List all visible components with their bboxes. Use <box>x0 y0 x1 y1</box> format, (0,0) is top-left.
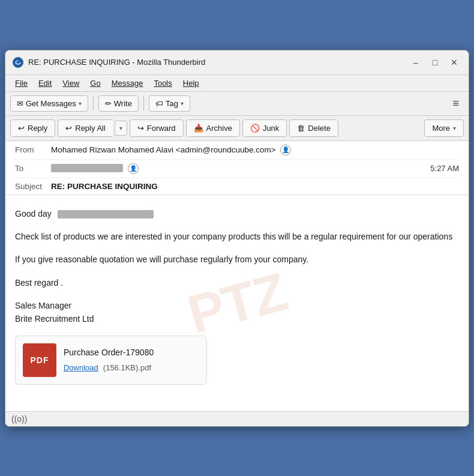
toolbar: ✉ Get Messages ▾ ✏ Write 🏷 Tag ▾ ≡ <box>5 92 469 116</box>
archive-icon: 📥 <box>194 124 203 133</box>
to-row: To 👤 5:27 AM <box>15 160 459 178</box>
signature-line-2: Brite Recruitment Ltd <box>15 312 459 325</box>
junk-label: Junk <box>263 124 279 133</box>
maximize-button[interactable]: □ <box>428 55 442 70</box>
tag-button[interactable]: 🏷 Tag ▾ <box>149 95 190 112</box>
write-button[interactable]: ✏ Write <box>98 95 139 112</box>
toolbar-separator-1 <box>93 96 94 110</box>
menu-file[interactable]: File <box>10 76 32 90</box>
attachment-actions: Download (156.1KB).pdf <box>64 362 199 375</box>
write-icon: ✏ <box>105 99 112 108</box>
pdf-icon: PDF <box>23 343 56 377</box>
reply-all-dropdown-button[interactable]: ▾ <box>115 121 127 136</box>
forward-button[interactable]: ↪ Forward <box>130 119 184 137</box>
to-value: 👤 <box>51 163 430 174</box>
more-chevron-icon: ▾ <box>453 125 456 131</box>
from-value: Mohamed Rizwan Mohamed Alavi <admin@roun… <box>51 145 459 155</box>
reply-all-chevron-icon: ▾ <box>119 125 122 131</box>
archive-button[interactable]: 📥 Archive <box>186 119 240 137</box>
more-label: More <box>432 124 450 133</box>
window-controls: – □ ✕ <box>409 55 461 70</box>
reply-all-button[interactable]: ↩ Reply All <box>58 119 113 137</box>
recipient-blurred <box>58 210 154 218</box>
title-bar: RE: PURCHASE INQUIRING - Mozilla Thunder… <box>5 50 469 75</box>
junk-button[interactable]: 🚫 Junk <box>242 119 287 137</box>
email-headers: From Mohamed Rizwan Mohamed Alavi <admin… <box>5 141 469 195</box>
pdf-label: PDF <box>31 354 49 367</box>
to-label: To <box>15 164 51 173</box>
menu-message[interactable]: Message <box>107 76 148 90</box>
reply-all-label: Reply All <box>75 124 106 133</box>
reply-icon: ↩ <box>18 124 25 133</box>
action-bar: ↩ Reply ↩ Reply All ▾ ↪ Forward 📥 Archiv… <box>5 116 469 141</box>
more-button[interactable]: More ▾ <box>424 119 464 137</box>
reply-button[interactable]: ↩ Reply <box>10 119 55 137</box>
get-messages-button[interactable]: ✉ Get Messages ▾ <box>10 95 88 112</box>
signature: Sales Manager Brite Recruitment Ltd <box>15 299 459 326</box>
archive-label: Archive <box>206 124 232 133</box>
menu-bar: File Edit View Go Message Tools Help <box>5 75 469 92</box>
menu-go[interactable]: Go <box>85 76 105 90</box>
from-label: From <box>15 145 51 154</box>
download-link[interactable]: Download <box>64 362 98 375</box>
from-contact-icon[interactable]: 👤 <box>280 145 291 155</box>
email-time: 5:27 AM <box>430 164 459 173</box>
menu-edit[interactable]: Edit <box>34 76 56 90</box>
hamburger-button[interactable]: ≡ <box>448 94 464 113</box>
status-bar: ((o)) <box>5 411 469 426</box>
subject-value: RE: PURCHASE INQUIRING <box>51 182 459 191</box>
to-address-blurred <box>51 164 123 172</box>
email-body: PTZ Good day Check list of products we a… <box>5 195 469 411</box>
menu-help[interactable]: Help <box>178 76 204 90</box>
get-messages-dropdown-icon: ▾ <box>79 100 82 107</box>
menu-tools[interactable]: Tools <box>149 76 176 90</box>
forward-label: Forward <box>147 124 176 133</box>
delete-button[interactable]: 🗑 Delete <box>289 119 338 137</box>
get-messages-label: Get Messages <box>26 99 76 108</box>
attachment-info: Purchase Order-179080 Download (156.1KB)… <box>64 346 199 374</box>
reply-all-icon: ↩ <box>65 124 72 133</box>
greeting-para: Good day <box>15 207 459 220</box>
from-address: Mohamed Rizwan Mohamed Alavi <admin@roun… <box>51 145 276 154</box>
write-label: Write <box>114 99 132 108</box>
wifi-icon: ((o)) <box>11 414 27 424</box>
body-para-2: If you give reasonable quotation we will… <box>15 253 459 266</box>
get-messages-icon: ✉ <box>17 99 23 108</box>
app-icon <box>13 57 23 68</box>
minimize-button[interactable]: – <box>409 55 423 70</box>
tag-icon: 🏷 <box>155 99 163 108</box>
body-content: Good day Check list of products we are i… <box>15 207 459 385</box>
menu-view[interactable]: View <box>58 76 84 90</box>
tag-label: Tag <box>166 99 178 108</box>
delete-icon: 🗑 <box>297 124 305 133</box>
forward-icon: ↪ <box>137 124 144 133</box>
file-size: (156.1KB).pdf <box>103 362 151 375</box>
attachment-name: Purchase Order-179080 <box>64 346 199 359</box>
toolbar-separator-2 <box>143 96 144 110</box>
tag-dropdown-icon: ▾ <box>181 100 184 107</box>
from-row: From Mohamed Rizwan Mohamed Alavi <admin… <box>15 141 459 160</box>
thunderbird-window: RE: PURCHASE INQUIRING - Mozilla Thunder… <box>5 50 469 427</box>
close-button[interactable]: ✕ <box>447 55 461 70</box>
window-title: RE: PURCHASE INQUIRING - Mozilla Thunder… <box>28 58 404 67</box>
body-para-1: Check list of products we are interested… <box>15 230 459 243</box>
body-para-3: Best regard . <box>15 276 459 289</box>
greeting-text: Good day <box>15 209 52 218</box>
attachment-box: PDF Purchase Order-179080 Download (156.… <box>15 336 207 385</box>
subject-row: Subject RE: PURCHASE INQUIRING <box>15 178 459 194</box>
signature-line-1: Sales Manager <box>15 299 459 312</box>
subject-label: Subject <box>15 182 51 191</box>
junk-icon: 🚫 <box>250 124 260 133</box>
to-contact-icon[interactable]: 👤 <box>128 163 139 174</box>
reply-label: Reply <box>28 124 47 133</box>
delete-label: Delete <box>308 124 331 133</box>
